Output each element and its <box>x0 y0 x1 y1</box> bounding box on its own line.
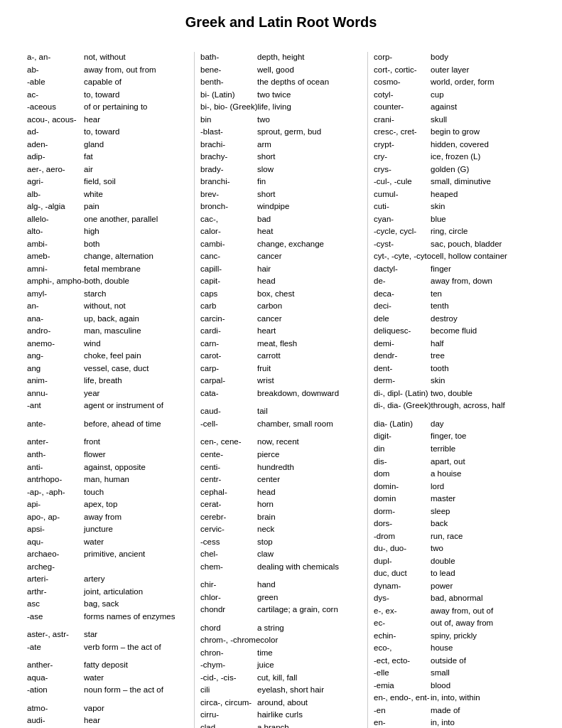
term: an- <box>27 301 84 312</box>
definition: depth, height <box>257 52 362 63</box>
definition: change, exchange <box>257 239 362 250</box>
term: clad <box>200 722 257 728</box>
term: aqua- <box>27 673 84 684</box>
definition: chamber, small room <box>257 419 362 430</box>
term: allelo- <box>27 214 84 225</box>
list-item: cephal-head <box>200 487 362 498</box>
term: dupl- <box>374 556 431 567</box>
definition: skin <box>431 375 535 387</box>
list-item: en-, endo-, ent-in, into, within <box>374 692 535 704</box>
definition: to, toward <box>84 127 188 138</box>
list-item: archeg- <box>27 562 188 573</box>
definition: cut, kill, fall <box>257 673 362 684</box>
term: bath- <box>200 52 257 63</box>
definition: hair <box>257 264 362 275</box>
list-item: cambi-change, exchange <box>200 239 362 250</box>
list-item: cerebr-brain <box>200 512 362 523</box>
list-item: demi-half <box>374 338 535 350</box>
term: capill- <box>200 264 257 275</box>
term: dendr- <box>374 350 431 362</box>
list-item: crani-skull <box>374 114 535 126</box>
term: cen-, cene- <box>200 437 257 448</box>
definition: primitive, ancient <box>84 549 188 560</box>
definition: power <box>431 581 535 592</box>
term: asc <box>27 599 84 610</box>
term: canc- <box>200 251 257 262</box>
definition: up, back, again <box>84 314 188 325</box>
term: counter- <box>374 102 431 113</box>
definition: double <box>431 556 535 567</box>
definition: apart, out <box>431 456 535 468</box>
term: demi- <box>374 338 431 350</box>
term: aqu- <box>27 537 84 548</box>
term: brev- <box>200 189 257 200</box>
definition: fetal membrane <box>84 264 188 275</box>
definition: begin to grow <box>431 127 535 138</box>
term: -ap-, -aph- <box>27 487 84 498</box>
list-item: cyan-blue <box>374 214 535 225</box>
term: chel- <box>200 549 257 560</box>
term: -able <box>27 77 84 88</box>
list-item: carcin-cancer <box>200 314 362 325</box>
list-item: alb-white <box>27 189 188 200</box>
definition: high <box>84 226 188 237</box>
definition: breakdown, downward <box>257 388 362 400</box>
columns-container: a-, an-not, withoutab-away from, out fro… <box>21 52 541 728</box>
definition: heart <box>257 326 362 337</box>
definition: destroy <box>431 314 535 325</box>
list-item: apsi-juncture <box>27 524 188 535</box>
list-item: domin-lord <box>374 481 535 493</box>
list-item: cen-, cene-now, recent <box>200 437 362 448</box>
term: digit- <box>374 431 431 442</box>
definition: world, order, form <box>431 77 535 88</box>
term: aster-, astr- <box>27 629 84 641</box>
definition: gland <box>84 139 188 151</box>
spacer <box>27 413 188 419</box>
term: cervic- <box>200 524 257 535</box>
list-item: dominmaster <box>374 493 535 505</box>
list-item: clada branch <box>200 722 362 728</box>
list-item: cumul-heaped <box>374 189 535 200</box>
spacer <box>27 431 188 437</box>
term: cephal- <box>200 487 257 498</box>
term: deci- <box>374 301 431 312</box>
definition: away from <box>84 512 188 523</box>
term: a-, an- <box>27 52 84 63</box>
term: chord <box>200 623 257 634</box>
definition: life, living <box>258 102 362 113</box>
definition: outside of <box>431 655 535 667</box>
list-item: chel-claw <box>200 549 362 560</box>
definition: hidden, covered <box>431 139 535 151</box>
list-item: apo-, ap-away from <box>27 512 188 523</box>
definition: cancer <box>257 251 362 262</box>
term: di-, dia- (Greek) <box>374 400 431 412</box>
definition: well, good <box>257 65 362 76</box>
spacer <box>27 697 188 703</box>
definition: tree <box>431 350 535 362</box>
definition: choke, feel pain <box>84 350 188 362</box>
definition: year <box>84 388 188 400</box>
definition: skin <box>431 201 535 213</box>
term: ec- <box>374 618 431 629</box>
term: eco-, <box>374 643 431 654</box>
list-item: agri-field, soil <box>27 176 188 188</box>
list-item: chlor-green <box>200 592 362 604</box>
definition: hairlike curls <box>257 710 362 721</box>
term: alto- <box>27 226 84 237</box>
term: arteri- <box>27 574 84 585</box>
list-item: cardi-heart <box>200 326 362 337</box>
list-item: -emiablood <box>374 680 535 692</box>
term: audi- <box>27 715 84 727</box>
list-item: aster-, astr-star <box>27 629 188 641</box>
list-item: ad-to, toward <box>27 127 188 138</box>
term: cirru- <box>200 710 257 721</box>
term: echin- <box>374 631 431 642</box>
term: dom <box>374 469 431 480</box>
term: carpal- <box>200 375 257 387</box>
term: cerebr- <box>200 512 257 523</box>
term: -cycle, cycl- <box>374 226 431 237</box>
list-item: aden-gland <box>27 139 188 151</box>
term: anti- <box>27 462 84 473</box>
list-item: de-away from, down <box>374 276 535 287</box>
list-item: -cid-, -cis-cut, kill, fall <box>200 673 362 684</box>
